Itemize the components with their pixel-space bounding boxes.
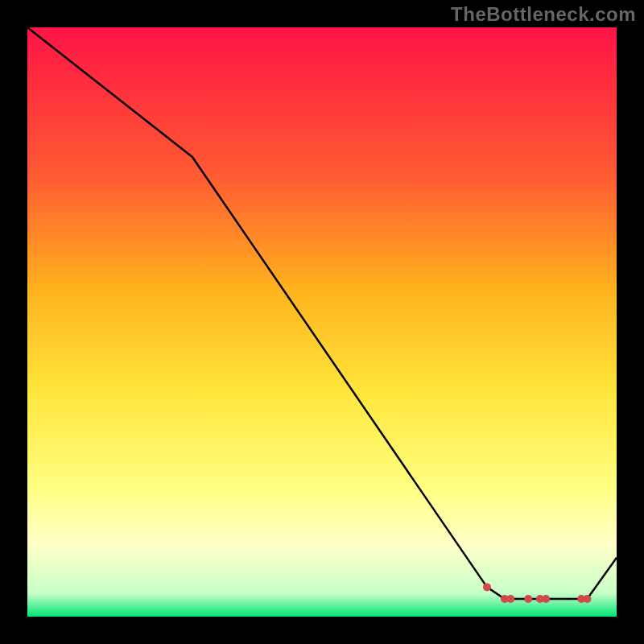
marker-dot <box>483 583 491 591</box>
marker-dot <box>506 595 514 603</box>
bottleneck-chart <box>0 0 644 644</box>
chart-frame: TheBottleneck.com <box>0 0 644 644</box>
watermark-text: TheBottleneck.com <box>451 3 636 26</box>
marker-dot <box>583 595 591 603</box>
marker-dot <box>542 595 550 603</box>
marker-dot <box>524 595 532 603</box>
plot-background <box>27 27 617 617</box>
